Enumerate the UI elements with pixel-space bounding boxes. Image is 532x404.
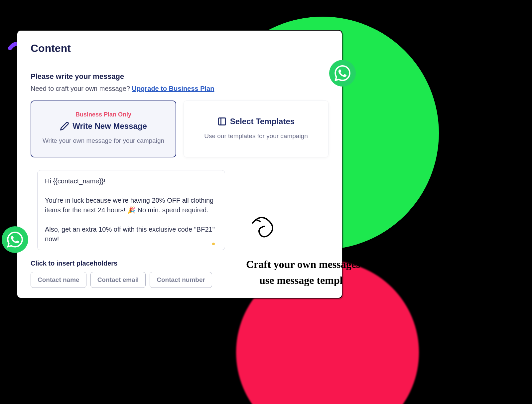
write-new-message-option[interactable]: Business Plan Only Write New Message Wri…: [31, 101, 176, 157]
upgrade-link[interactable]: Upgrade to Business Plan: [132, 85, 214, 92]
upgrade-prompt: Need to craft your own message? Upgrade …: [31, 85, 329, 93]
templates-desc: Use our templates for your campaign: [192, 131, 320, 141]
whatsapp-icon: [2, 226, 28, 253]
placeholder-buttons-row: Contact name Contact email Contact numbe…: [31, 272, 329, 288]
whatsapp-icon: [329, 60, 356, 87]
page-title: Content: [31, 42, 329, 55]
placeholder-contact-name-button[interactable]: Contact name: [31, 272, 86, 288]
upgrade-prompt-text: Need to craft your own message?: [31, 85, 132, 92]
content-card: Content Please write your message Need t…: [17, 30, 342, 299]
template-icon: [217, 117, 227, 126]
placeholder-contact-number-button[interactable]: Contact number: [150, 272, 212, 288]
write-new-title: Write New Message: [72, 121, 147, 131]
section-subtitle: Please write your message: [31, 72, 329, 81]
placeholder-contact-email-button[interactable]: Contact email: [90, 272, 146, 288]
select-templates-option[interactable]: Select Templates Use our templates for y…: [184, 101, 329, 157]
svg-rect-0: [218, 118, 225, 125]
divider: [31, 64, 329, 64]
business-plan-badge: Business Plan Only: [39, 111, 168, 118]
option-cards-row: Business Plan Only Write New Message Wri…: [31, 101, 329, 157]
message-textarea[interactable]: Hi {{contact_name}}! You're in luck beca…: [37, 170, 225, 250]
placeholders-label: Click to insert placeholders: [31, 260, 329, 267]
templates-title: Select Templates: [230, 117, 295, 126]
write-new-desc: Write your own message for your campaign: [39, 136, 168, 145]
pencil-icon: [60, 121, 69, 131]
